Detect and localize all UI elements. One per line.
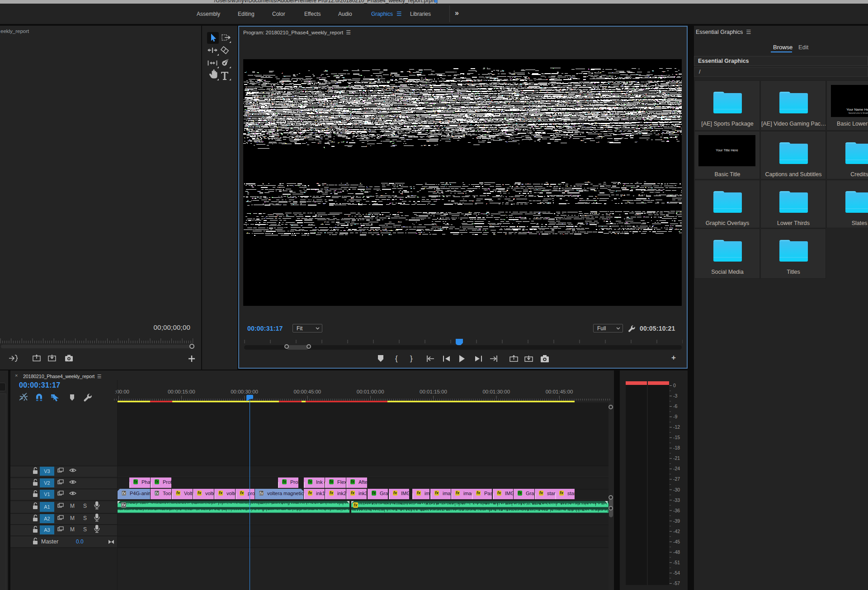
- svg-text:00:00:45:00: 00:00:45:00: [294, 389, 321, 394]
- svg-text:M: M: [70, 515, 75, 521]
- svg-text:M: M: [70, 526, 75, 533]
- svg-text:00:01:00:00: 00:01:00:00: [357, 389, 384, 394]
- svg-text:0: 0: [673, 383, 676, 388]
- svg-text:00:00:30:00: 00:00:30:00: [231, 389, 258, 394]
- svg-text:00:00:15:00: 00:00:15:00: [168, 389, 195, 394]
- svg-text:-54: -54: [673, 570, 680, 576]
- svg-text:-36: -36: [673, 508, 680, 513]
- svg-text:-9: -9: [673, 414, 677, 419]
- svg-text:-33: -33: [673, 497, 680, 503]
- svg-text:-51: -51: [673, 560, 680, 565]
- svg-text:-6: -6: [673, 403, 677, 409]
- svg-text:-30: -30: [673, 487, 680, 492]
- svg-text:-27: -27: [673, 476, 680, 482]
- svg-text:-15: -15: [673, 435, 680, 440]
- svg-text:-3: -3: [673, 393, 677, 398]
- svg-text:-18: -18: [673, 445, 680, 450]
- svg-text:-48: -48: [673, 549, 680, 555]
- svg-text:-45: -45: [673, 539, 680, 544]
- svg-text:-24: -24: [673, 466, 680, 471]
- svg-text:}: }: [410, 354, 413, 363]
- svg-text:-12: -12: [673, 424, 680, 430]
- svg-text:S: S: [83, 526, 87, 533]
- svg-text:00:01:45:00: 00:01:45:00: [546, 389, 573, 394]
- svg-text:M: M: [70, 503, 75, 509]
- svg-text:{: {: [395, 354, 398, 363]
- svg-text:S: S: [83, 503, 87, 509]
- svg-text:-57: -57: [673, 581, 680, 586]
- svg-text:00:01:15:00: 00:01:15:00: [420, 389, 447, 394]
- svg-text:-39: -39: [673, 518, 680, 524]
- svg-text:00:01:30:00: 00:01:30:00: [482, 389, 510, 394]
- svg-text:-21: -21: [673, 455, 680, 461]
- svg-text:-42: -42: [673, 529, 680, 534]
- svg-text:S: S: [83, 515, 87, 521]
